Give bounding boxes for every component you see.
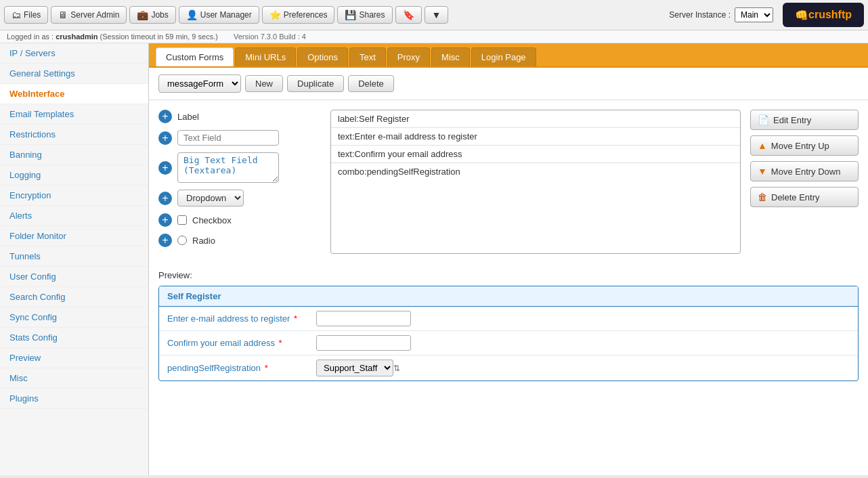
- files-label: Files: [24, 10, 41, 20]
- files-button[interactable]: 🗂 Files: [4, 6, 48, 24]
- shares-label: Shares: [359, 10, 385, 20]
- preview-email-input[interactable]: [316, 311, 411, 326]
- checkbox-element[interactable]: [177, 215, 187, 225]
- sidebar-item-search-config[interactable]: Search Config: [0, 287, 148, 307]
- sidebar-item-preview[interactable]: Preview: [0, 348, 148, 368]
- jobs-button[interactable]: 💼 Jobs: [129, 6, 175, 24]
- sidebar-item-stats-config[interactable]: Stats Config: [0, 328, 148, 348]
- preferences-button[interactable]: ⭐ Preferences: [262, 6, 335, 24]
- tab-mini-urls[interactable]: Mini URLs: [235, 47, 296, 66]
- sidebar-item-webinterface[interactable]: WebInterface: [0, 84, 148, 104]
- tab-proxy[interactable]: Proxy: [387, 47, 430, 66]
- form-toolbar: messageForm New Duplicate Delete: [149, 68, 868, 100]
- sidebar-item-plugins[interactable]: Plugins: [0, 389, 148, 409]
- tab-misc[interactable]: Misc: [431, 47, 470, 66]
- tab-custom-forms[interactable]: Custom Forms: [156, 47, 234, 66]
- entry-row[interactable]: text:Enter e-mail address to register: [331, 128, 740, 146]
- preview-row-confirm-email: Confirm your email address *: [159, 331, 858, 355]
- sidebar-item-tunnels[interactable]: Tunnels: [0, 246, 148, 267]
- edit-entry-icon: 📄: [758, 114, 769, 125]
- edit-entry-button[interactable]: 📄 Edit Entry: [750, 110, 859, 130]
- tab-login-page[interactable]: Login Page: [471, 47, 536, 66]
- move-down-label: Move Entry Down: [771, 167, 841, 177]
- logo-image: 👊 crushftp: [783, 3, 864, 27]
- sidebar-item-user-config[interactable]: User Config: [0, 267, 148, 287]
- tab-options[interactable]: Options: [297, 47, 348, 66]
- session-info: (Session timeout in 59 min, 9 secs.): [100, 32, 218, 41]
- preview-pending-select[interactable]: Support_Staff: [316, 360, 393, 376]
- form-selector[interactable]: messageForm: [158, 74, 241, 93]
- element-textarea-row: + Big Text Field (Textarea): [158, 152, 321, 183]
- new-button[interactable]: New: [245, 75, 283, 92]
- move-entry-down-button[interactable]: ▼ Move Entry Down: [750, 161, 859, 181]
- top-bar: 🗂 Files 🖥 Server Admin 💼 Jobs 👤 User Man…: [0, 0, 868, 30]
- sidebar-item-ip-servers[interactable]: IP / Servers: [0, 43, 148, 64]
- preferences-label: Preferences: [284, 10, 328, 20]
- sidebar-item-alerts[interactable]: Alerts: [0, 206, 148, 226]
- sidebar-item-email-templates[interactable]: Email Templates: [0, 104, 148, 125]
- username: crushadmin: [56, 32, 97, 41]
- add-textarea-button[interactable]: +: [158, 161, 172, 175]
- delete-button[interactable]: Delete: [348, 75, 394, 92]
- sidebar-item-general-settings[interactable]: General Settings: [0, 64, 148, 84]
- preview-pending-required: *: [265, 363, 268, 373]
- shares-button[interactable]: 💾 Shares: [337, 6, 392, 24]
- entry-row[interactable]: combo:pendingSelfRegistration: [331, 163, 740, 180]
- preview-label: Preview:: [158, 270, 859, 280]
- add-checkbox-button[interactable]: +: [158, 213, 172, 227]
- radio-element[interactable]: [177, 236, 187, 245]
- sidebar-item-banning[interactable]: Banning: [0, 145, 148, 165]
- textfield-input[interactable]: [177, 130, 279, 146]
- sidebar-item-restrictions[interactable]: Restrictions: [0, 125, 148, 145]
- delete-entry-button[interactable]: 🗑 Delete Entry: [750, 187, 859, 207]
- sidebar-item-encryption[interactable]: Encryption: [0, 186, 148, 206]
- duplicate-button[interactable]: Duplicate: [287, 75, 344, 92]
- dropdown-arrow: ⇅: [393, 364, 400, 373]
- element-label-row: + Label: [158, 110, 321, 123]
- preview-confirm-input[interactable]: [316, 335, 411, 351]
- delete-entry-icon: 🗑: [758, 192, 767, 202]
- more-button[interactable]: ▼: [425, 6, 449, 24]
- user-manager-button[interactable]: 👤 User Manager: [179, 6, 259, 24]
- version: Version 7.3.0 Build : 4: [234, 32, 306, 41]
- shares-icon: 💾: [345, 9, 356, 20]
- dropdown-element[interactable]: Dropdown: [177, 190, 244, 207]
- move-up-label: Move Entry Up: [771, 141, 829, 151]
- server-instance-select[interactable]: Main: [735, 7, 773, 22]
- add-label-button[interactable]: +: [158, 110, 172, 123]
- sidebar-item-misc[interactable]: Misc: [0, 368, 148, 389]
- user-manager-icon: 👤: [186, 9, 198, 20]
- element-radio-row: + Radio: [158, 234, 321, 247]
- sidebar: IP / Servers General Settings WebInterfa…: [0, 43, 149, 475]
- bookmark-button[interactable]: 🔖: [395, 6, 422, 24]
- server-instance-label: Server Instance :: [669, 10, 731, 20]
- preview-row-email: Enter e-mail address to register *: [159, 307, 858, 331]
- files-icon: 🗂: [12, 9, 21, 20]
- server-admin-label: Server Admin: [70, 10, 119, 20]
- logo: 👊 crushftp: [783, 3, 864, 27]
- textarea-element[interactable]: Big Text Field (Textarea): [177, 152, 279, 183]
- entry-row[interactable]: label:Self Register: [331, 110, 740, 128]
- server-admin-button[interactable]: 🖥 Server Admin: [51, 6, 127, 24]
- user-manager-label: User Manager: [200, 10, 252, 20]
- more-icon: ▼: [432, 9, 441, 20]
- preview-confirm-required: *: [279, 338, 282, 348]
- preview-email-label: Enter e-mail address to register *: [167, 313, 316, 324]
- elements-panel: + Label + + Big Text Field (Textarea) +: [158, 110, 321, 254]
- add-textfield-button[interactable]: +: [158, 131, 172, 145]
- add-radio-button[interactable]: +: [158, 234, 172, 247]
- tab-text[interactable]: Text: [349, 47, 386, 66]
- entry-row[interactable]: text:Confirm your email address: [331, 146, 740, 163]
- move-entry-up-button[interactable]: ▲ Move Entry Up: [750, 135, 859, 156]
- preview-email-required: *: [294, 313, 297, 324]
- element-checkbox-row: + Checkbox: [158, 213, 321, 227]
- sidebar-item-logging[interactable]: Logging: [0, 165, 148, 186]
- main-layout: IP / Servers General Settings WebInterfa…: [0, 43, 868, 475]
- jobs-icon: 💼: [137, 9, 148, 20]
- add-dropdown-button[interactable]: +: [158, 192, 172, 205]
- sidebar-item-sync-config[interactable]: Sync Config: [0, 307, 148, 328]
- preview-confirm-label: Confirm your email address *: [167, 338, 316, 348]
- server-admin-icon: 🖥: [58, 9, 68, 20]
- sidebar-item-folder-monitor[interactable]: Folder Monitor: [0, 226, 148, 246]
- logged-as-label: Logged in as :: [7, 32, 53, 41]
